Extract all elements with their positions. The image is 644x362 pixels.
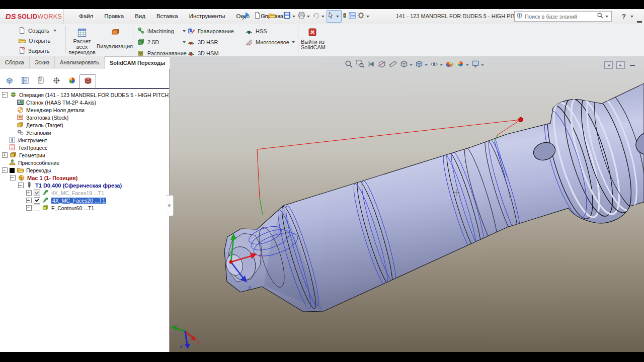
- tree-item[interactable]: Mac 1 (1- Позиция): [0, 174, 169, 182]
- q-save-button[interactable]: [283, 11, 297, 22]
- panel-splitter-handle[interactable]: [166, 195, 174, 216]
- caret-icon[interactable]: [321, 16, 325, 18]
- ribbon-многоосевое-button[interactable]: Многоосевое: [245, 38, 295, 46]
- menu-вид[interactable]: Вид: [129, 9, 151, 24]
- caret-icon[interactable]: [183, 41, 186, 43]
- caret-icon[interactable]: [466, 64, 469, 66]
- menu-инструменты[interactable]: Инструменты: [184, 9, 231, 24]
- caret-icon[interactable]: [278, 16, 281, 18]
- h-cube-button[interactable]: [399, 60, 413, 69]
- ribbon-close-button[interactable]: Закрыть: [18, 47, 58, 55]
- h-shade-button[interactable]: [415, 60, 428, 69]
- pt-config-tab[interactable]: [17, 75, 33, 88]
- h-eye-button[interactable]: [430, 60, 443, 69]
- ribbon-гравирование-button[interactable]: EГравирование: [187, 27, 242, 35]
- tree-item[interactable]: Деталь (Target): [0, 121, 169, 129]
- collapse-icon[interactable]: [10, 175, 16, 180]
- collapse-right-button[interactable]: ▸: [616, 61, 625, 69]
- q-gear-button[interactable]: [357, 11, 371, 22]
- h-measure-button[interactable]: [388, 60, 397, 69]
- caret-icon[interactable]: [263, 16, 266, 18]
- ribbon-visualization-button[interactable]: Визуализация: [97, 28, 133, 49]
- menu-правка[interactable]: Правка: [99, 9, 129, 24]
- h-prev-button[interactable]: [366, 60, 375, 69]
- operation-checkbox[interactable]: [34, 190, 40, 196]
- collapse-icon[interactable]: [18, 183, 24, 188]
- tree-item[interactable]: Геометрии: [0, 151, 169, 159]
- expand-icon[interactable]: [26, 205, 32, 211]
- q-undo-button[interactable]: [312, 11, 327, 22]
- ribbon-hss-button[interactable]: SHSS: [245, 27, 295, 35]
- menu-вставка[interactable]: Вставка: [151, 9, 184, 24]
- tree-item[interactable]: Инструмент: [0, 136, 169, 144]
- operation-checkbox[interactable]: [34, 205, 40, 211]
- viewport-minimize-icon[interactable]: [630, 65, 635, 66]
- tab-эскиз[interactable]: Эскиз: [30, 56, 55, 68]
- h-section-button[interactable]: [377, 60, 386, 69]
- caret-icon[interactable]: [292, 16, 295, 18]
- h-ballpen-button[interactable]: [445, 60, 454, 69]
- pt-dimx-tab[interactable]: [48, 75, 64, 88]
- tree-item[interactable]: Станок (HAAS TM-2P 4-Axis): [0, 99, 169, 106]
- tree-item[interactable]: Операция (141 - 123 MANDREL FOR DUDES 5 …: [0, 91, 169, 99]
- collapse-icon[interactable]: [2, 167, 8, 173]
- search-caret-icon[interactable]: [605, 16, 608, 18]
- knowledge-search[interactable]: Поиск в базе знаний: [514, 11, 612, 22]
- create-caret-icon[interactable]: [53, 30, 56, 32]
- tab-сборка[interactable]: Сборка: [0, 56, 30, 68]
- tree-item[interactable]: Приспособление: [0, 159, 169, 166]
- h-zoomfit-button[interactable]: [344, 60, 353, 69]
- tree-item[interactable]: Установки: [0, 129, 169, 136]
- pt-appearance-tab[interactable]: [64, 75, 79, 88]
- tree-item[interactable]: T1 D0.400 (Сферическая фреза): [0, 182, 169, 189]
- ribbon-2-5d-button[interactable]: 2.5D: [137, 38, 187, 46]
- ribbon-imachining-button[interactable]: iMachining: [137, 27, 187, 35]
- tree-item[interactable]: Переходы: [0, 166, 169, 174]
- caret-icon[interactable]: [336, 16, 339, 18]
- caret-icon[interactable]: [307, 16, 310, 18]
- tree-item[interactable]: F_Contour60 ...T1: [0, 204, 169, 212]
- tree-item[interactable]: 4X_MC_Faces19 ...T1: [0, 189, 169, 197]
- expand-icon[interactable]: [26, 190, 32, 196]
- ribbon-calc-button[interactable]: Расчетвсехпереходов: [64, 28, 100, 55]
- tab-solidcam-переходы[interactable]: SolidCAM Переходы: [105, 56, 171, 69]
- q-print-button[interactable]: [297, 11, 312, 22]
- h-zoomarea-button[interactable]: [355, 60, 364, 69]
- caret-icon[interactable]: [425, 64, 428, 66]
- expand-icon[interactable]: [2, 152, 8, 158]
- tree-item[interactable]: Заготовка (Stock): [0, 114, 169, 121]
- pt-display-tab[interactable]: [33, 75, 48, 88]
- h-monitor-button[interactable]: [471, 60, 484, 69]
- menu-файл[interactable]: Файл: [73, 9, 99, 24]
- minimize-button[interactable]: [637, 21, 642, 23]
- pin-icon[interactable]: [240, 12, 250, 21]
- tree-item[interactable]: 4X_MC_Faces20 ...T1: [0, 197, 169, 204]
- q-open-button[interactable]: [268, 11, 283, 22]
- q-new-button[interactable]: [253, 11, 268, 22]
- help-caret-icon[interactable]: [630, 16, 633, 18]
- tree-item[interactable]: Менеджер Ноля детали: [0, 106, 169, 114]
- q-traffic-button[interactable]: [342, 11, 348, 22]
- collapse-left-button[interactable]: ◂: [604, 61, 613, 69]
- ribbon-open-button[interactable]: Открыть: [18, 37, 58, 45]
- pt-assembly-tab[interactable]: [2, 75, 17, 88]
- q-cursor-button[interactable]: [327, 10, 342, 23]
- ribbon-create-button[interactable]: Создать: [18, 27, 58, 35]
- caret-icon[interactable]: [481, 64, 484, 66]
- caret-icon[interactable]: [440, 64, 443, 66]
- caret-icon[interactable]: [366, 16, 369, 18]
- expand-icon[interactable]: [26, 198, 32, 203]
- caret-icon[interactable]: [292, 41, 295, 43]
- tab-анализировать[interactable]: Анализировать: [55, 56, 105, 68]
- ribbon-3d-hsr-button[interactable]: R3D HSR: [187, 38, 242, 46]
- search-icon[interactable]: [597, 12, 604, 21]
- h-ball-button[interactable]: [456, 60, 469, 69]
- pt-solidcam-tab[interactable]: [79, 74, 96, 88]
- graphics-viewport[interactable]: x y x z ◂ ▸: [170, 56, 644, 352]
- exit-solidcam-button[interactable]: Выйти изSolidCAM: [301, 28, 333, 50]
- caret-icon[interactable]: [183, 30, 186, 32]
- q-report-button[interactable]: [348, 11, 357, 22]
- operation-checkbox[interactable]: [34, 197, 40, 204]
- tree-item[interactable]: ТехПроцесс: [0, 144, 169, 151]
- help-button[interactable]: ?: [622, 9, 626, 24]
